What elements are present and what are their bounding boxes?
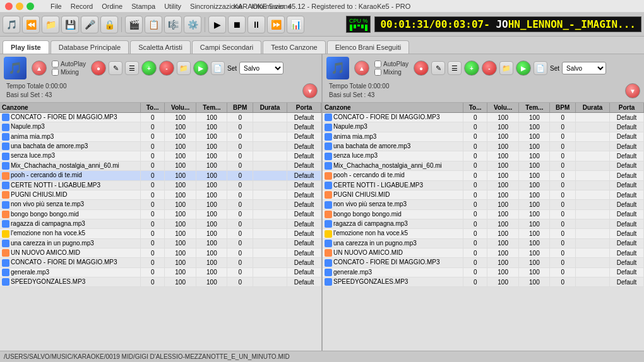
table-row[interactable]: una carezza in un pugno.mp301001000Defau… (0, 238, 321, 248)
toolbar-btn-3[interactable]: 📁 (42, 16, 59, 33)
right-add-btn[interactable]: + (464, 61, 479, 76)
menu-file[interactable]: File (51, 3, 62, 10)
table-row[interactable]: CONCATO - FIORE DI MAGGIO.MP301001000Def… (0, 258, 321, 267)
table-row[interactable]: CONCATO - FIORE DI MAGGIO.MP301001000Def… (323, 113, 644, 122)
toolbar-btn-7[interactable]: 🎬 (125, 16, 143, 33)
left-mixing-label[interactable]: Mixing (52, 69, 86, 76)
table-row[interactable]: Napule.mp301001000Default (0, 122, 321, 132)
left-add-btn[interactable]: + (141, 61, 157, 76)
menu-informazione[interactable]: Informazione (251, 3, 292, 10)
table-row[interactable]: Napule.mp301001000Default (323, 122, 644, 132)
toolbar-btn-1[interactable]: 🎵 (3, 16, 20, 33)
tab-scaletta[interactable]: Scaletta Artisti (130, 40, 191, 54)
table-row[interactable]: CONCATO - FIORE DI MAGGIO.MP301001000Def… (323, 258, 644, 267)
right-autoplay-checkbox[interactable] (374, 61, 381, 67)
tab-campi[interactable]: Campi Secondari (192, 40, 261, 54)
table-row[interactable]: generale.mp301001000Default (323, 267, 644, 277)
toolbar-btn-5[interactable]: 🎤 (81, 16, 98, 33)
table-row[interactable]: UN NUOVO AMICO.MID01001000Default (323, 248, 644, 258)
right-up-btn[interactable]: ▲ (354, 61, 369, 76)
table-row[interactable]: PUGNI CHIUSI.MID01001000Default (0, 190, 321, 199)
menu-utility[interactable]: Utility (164, 3, 181, 10)
table-row[interactable]: pooh - cercando di te.mid01001000Default (323, 171, 644, 180)
table-row[interactable]: ragazza di campagna.mp301001000Default (323, 219, 644, 228)
table-row[interactable]: una bachata de amore.mp301001000Default (323, 142, 644, 151)
table-row[interactable]: una carezza in un pugno.mp301001000Defau… (323, 238, 644, 248)
song-bpm-cell: 0 (550, 122, 576, 132)
menu-sincronizzazione[interactable]: Sincronizzazione (190, 3, 242, 10)
toolbar-btn-13[interactable]: ⏸ (247, 16, 265, 33)
right-down-btn[interactable]: ▼ (625, 83, 640, 98)
left-play-btn[interactable]: ▶ (193, 61, 208, 76)
toolbar-btn-11[interactable]: ▶ (208, 16, 226, 33)
menu-ordine[interactable]: Ordine (102, 3, 122, 10)
table-row[interactable]: CERTE NOTTI - LIGABUE.MP301001000Default (0, 180, 321, 190)
table-row[interactable]: senza luce.mp301001000Default (0, 151, 321, 161)
toolbar-btn-4[interactable]: 💾 (61, 16, 79, 33)
table-row[interactable]: anima mia.mp301001000Default (323, 132, 644, 141)
toolbar-btn-15[interactable]: 📊 (287, 16, 304, 33)
right-play-btn[interactable]: ▶ (516, 61, 531, 76)
table-row[interactable]: generale.mp301001000Default (0, 267, 321, 277)
table-row[interactable]: Mix_Chachacha_nostalgia_anni_60.mi010010… (0, 161, 321, 170)
table-row[interactable]: SPEEDYGONZALES.MP301001000Default (323, 277, 644, 287)
menu-record[interactable]: Record (71, 3, 93, 10)
right-edit-btn[interactable]: ✎ (431, 61, 445, 75)
maximize-button[interactable] (27, 3, 34, 10)
tab-database[interactable]: Database Principale (51, 40, 129, 54)
tab-elenco[interactable]: Elenco Brani Eseguiti (327, 40, 410, 54)
toolbar-btn-14[interactable]: ⏩ (267, 16, 285, 33)
right-stop-btn[interactable]: ● (414, 61, 429, 76)
toolbar-btn-2[interactable]: ⏪ (22, 16, 40, 33)
toolbar-btn-10[interactable]: ⚙️ (184, 16, 201, 33)
left-edit-btn[interactable]: ✎ (109, 61, 122, 75)
table-row[interactable]: l'emozione non ha voce.k501001000Default (0, 229, 321, 238)
right-playlist-table[interactable]: Canzone To... Volu... Tem... BPM Durata … (323, 103, 644, 351)
table-row[interactable]: CERTE NOTTI - LIGABUE.MP301001000Default (323, 180, 644, 190)
left-up-btn[interactable]: ▲ (32, 61, 47, 76)
table-row[interactable]: bongo bongo bongo.mid01001000Default (0, 209, 321, 219)
table-row[interactable]: senza luce.mp301001000Default (323, 151, 644, 161)
right-autoplay-label[interactable]: AutoPlay (374, 61, 408, 67)
table-row[interactable]: bongo bongo bongo.mid01001000Default (323, 209, 644, 219)
right-remove-btn[interactable]: - (482, 61, 497, 76)
table-row[interactable]: una bachata de amore.mp301001000Default (0, 142, 321, 151)
toolbar-btn-6[interactable]: 🔒 (100, 16, 118, 33)
left-down-btn[interactable]: ▼ (302, 83, 318, 98)
tab-testo[interactable]: Testo Canzone (263, 40, 325, 54)
left-autoplay-label[interactable]: AutoPlay (52, 61, 86, 67)
table-row[interactable]: l'emozione non ha voce.k501001000Default (323, 229, 644, 238)
left-remove-btn[interactable]: - (159, 61, 174, 76)
table-row[interactable]: SPEEDYGONZALES.MP301001000Default (0, 277, 321, 287)
table-row[interactable]: non vivo più senza te.mp301001000Default (0, 200, 321, 209)
menu-stampa[interactable]: Stampa (131, 3, 155, 10)
toolbar-btn-12[interactable]: ⏹ (228, 16, 246, 33)
table-row[interactable]: UN NUOVO AMICO.MID01001000Default (0, 248, 321, 258)
minimize-button[interactable] (16, 3, 23, 10)
right-set-select[interactable]: Salvo (562, 62, 606, 74)
close-button[interactable] (5, 3, 13, 10)
table-row[interactable]: CONCATO - FIORE DI MAGGIO.MP301001000Def… (0, 113, 321, 122)
left-mixing-checkbox[interactable] (52, 69, 59, 76)
left-folder-btn[interactable]: 📁 (177, 61, 191, 75)
right-list-btn[interactable]: ☰ (448, 61, 462, 75)
right-mixing-label[interactable]: Mixing (374, 69, 408, 76)
table-row[interactable]: pooh - cercando di te.mid01001000Default (0, 171, 321, 180)
right-lyric-btn[interactable]: 📄 (534, 61, 547, 75)
left-autoplay-checkbox[interactable] (52, 61, 59, 67)
left-playlist-table[interactable]: Canzone To... Volu... Tem... BPM Durata … (0, 103, 321, 351)
table-row[interactable]: ragazza di campagna.mp301001000Default (0, 219, 321, 228)
table-row[interactable]: Mix_Chachacha_nostalgia_anni_60.mi010010… (323, 161, 644, 170)
left-list-btn[interactable]: ☰ (125, 61, 139, 75)
left-lyric-btn[interactable]: 📄 (211, 61, 225, 75)
table-row[interactable]: anima mia.mp301001000Default (0, 132, 321, 141)
toolbar-btn-9[interactable]: 🎼 (164, 16, 182, 33)
left-set-select[interactable]: Salvo (239, 62, 283, 74)
table-row[interactable]: non vivo più senza te.mp301001000Default (323, 200, 644, 209)
tab-play-liste[interactable]: Play liste (3, 40, 49, 54)
toolbar-btn-8[interactable]: 📋 (145, 16, 162, 33)
right-mixing-checkbox[interactable] (374, 69, 381, 76)
table-row[interactable]: PUGNI CHIUSI.MID01001000Default (323, 190, 644, 199)
left-stop-btn[interactable]: ● (91, 61, 106, 76)
right-folder-btn[interactable]: 📁 (499, 61, 513, 75)
